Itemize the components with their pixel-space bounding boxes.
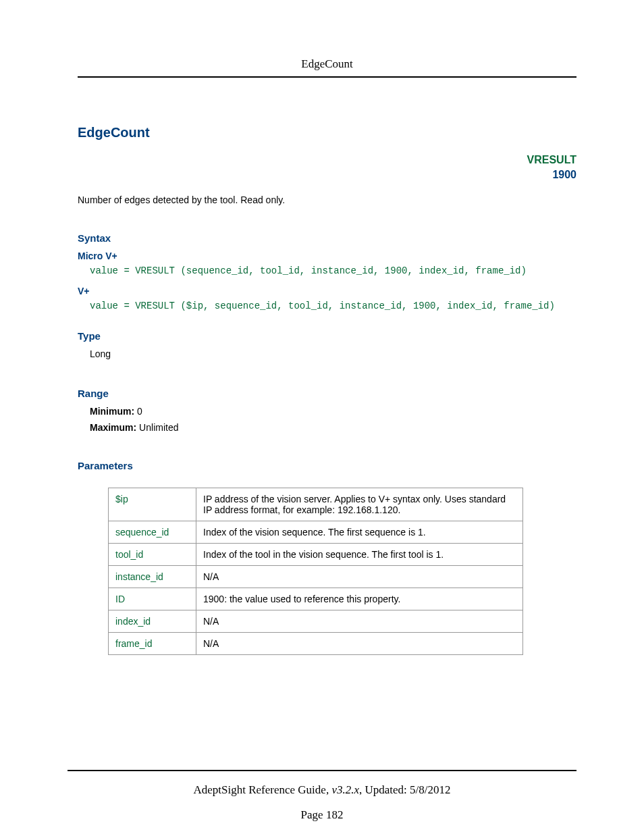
param-name-cell: frame_id — [109, 633, 196, 655]
table-row: frame_idN/A — [109, 633, 523, 655]
range-min-label: Minimum: — [90, 406, 134, 417]
parameters-heading: Parameters — [78, 460, 576, 471]
param-name-cell: instance_id — [109, 566, 196, 588]
range-max-value: Unlimited — [136, 422, 178, 433]
badge-type: VRESULT — [78, 154, 576, 166]
badge-number: 1900 — [78, 169, 576, 181]
description-text: Number of edges detected by the tool. Re… — [78, 194, 576, 205]
param-name-cell: ID — [109, 588, 196, 610]
param-name-cell: sequence_id — [109, 521, 196, 544]
table-row: tool_idIndex of the tool in the vision s… — [109, 544, 523, 566]
micro-vplus-code: value = VRESULT (sequence_id, tool_id, i… — [78, 265, 576, 276]
param-desc-cell: 1900: the value used to reference this p… — [196, 588, 523, 610]
footer-guide: AdeptSight Reference Guide — [194, 783, 326, 796]
page-number: Page 182 — [0, 808, 644, 822]
footer-version: , v3.2.x — [326, 783, 359, 796]
param-desc-cell: Index of the vision sequence. The first … — [196, 521, 523, 544]
type-value: Long — [78, 348, 576, 359]
footer-updated: , Updated: 5/8/2012 — [359, 783, 451, 796]
page-title: EdgeCount — [78, 125, 150, 140]
table-row: index_idN/A — [109, 610, 523, 633]
table-row: instance_idN/A — [109, 566, 523, 588]
param-desc-cell: IP address of the vision server. Applies… — [196, 488, 523, 521]
vplus-code: value = VRESULT ($ip, sequence_id, tool_… — [78, 301, 576, 311]
header-title: EdgeCount — [78, 57, 576, 78]
table-row: $ipIP address of the vision server. Appl… — [109, 488, 523, 521]
micro-vplus-heading: Micro V+ — [78, 251, 576, 261]
table-row: ID1900: the value used to reference this… — [109, 588, 523, 610]
param-desc-cell: N/A — [196, 610, 523, 633]
range-max: Maximum: Unlimited — [78, 422, 576, 433]
type-heading: Type — [78, 330, 576, 342]
param-name-cell: index_id — [109, 610, 196, 633]
range-min: Minimum: 0 — [78, 406, 576, 417]
table-row: sequence_idIndex of the vision sequence.… — [109, 521, 523, 544]
param-name-cell: $ip — [109, 488, 196, 521]
range-heading: Range — [78, 388, 576, 399]
parameters-table: $ipIP address of the vision server. Appl… — [108, 488, 523, 655]
syntax-heading: Syntax — [78, 232, 576, 244]
param-desc-cell: N/A — [196, 633, 523, 655]
badge-block: VRESULT 1900 — [78, 154, 576, 181]
range-min-value: 0 — [134, 406, 142, 417]
vplus-heading: V+ — [78, 286, 576, 296]
param-desc-cell: Index of the tool in the vision sequence… — [196, 544, 523, 566]
param-desc-cell: N/A — [196, 566, 523, 588]
param-name-cell: tool_id — [109, 544, 196, 566]
range-max-label: Maximum: — [90, 422, 136, 433]
footer: AdeptSight Reference Guide, v3.2.x, Upda… — [68, 770, 576, 797]
